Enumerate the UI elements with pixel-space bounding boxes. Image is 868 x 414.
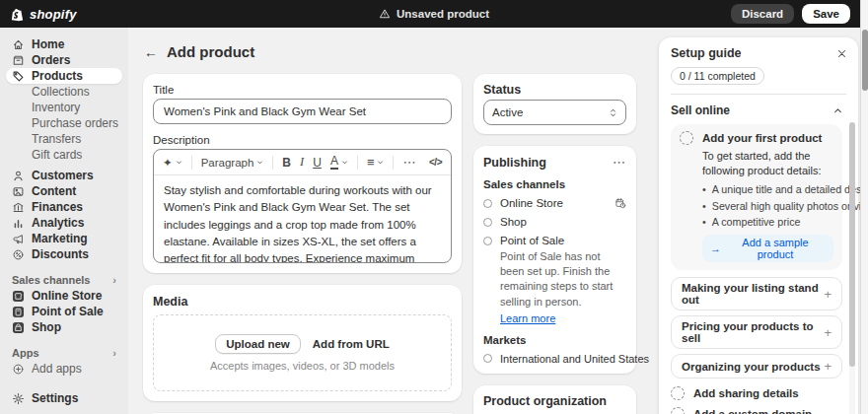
task-bullet: •A unique title and a detailed descripti… [702, 183, 833, 195]
channel-bullet-icon [483, 218, 492, 227]
sidebar-item-marketing[interactable]: Marketing [6, 231, 122, 246]
market-row: International and United States [483, 353, 626, 365]
market-bullet-icon [483, 354, 492, 363]
publishing-more-button[interactable]: ⋯ [613, 155, 626, 170]
add-sample-product-button[interactable]: →Add a sample product [702, 235, 833, 262]
sidebar-item-discounts[interactable]: Discounts [6, 246, 122, 262]
customers-icon [12, 170, 25, 182]
online-store-icon [12, 290, 25, 303]
page-scrollbar-thumb[interactable] [862, 30, 868, 91]
markets-label: Markets [483, 334, 626, 346]
sidebar-item-shop[interactable]: Shop [6, 319, 122, 335]
sidebar-item-point-of-sale[interactable]: Point of Sale [6, 304, 122, 319]
more-formatting-button[interactable]: ⋯ [402, 155, 416, 170]
sidebar-item-products[interactable]: Products [6, 68, 122, 84]
media-dropzone[interactable]: Upload new Add from URL Accepts images, … [153, 314, 452, 391]
plus-icon: + [824, 359, 832, 374]
accordion-pricing-products[interactable]: Pricing your products to sell + [671, 315, 842, 349]
close-icon[interactable] [837, 49, 846, 58]
accordion-making-listing-stand-out[interactable]: Making your listing stand out + [671, 277, 842, 310]
paragraph-style-dropdown[interactable]: Paragraph [201, 157, 264, 169]
sidebar-item-transfers[interactable]: Transfers [6, 131, 122, 147]
sidebar-item-content[interactable]: Content [6, 183, 122, 199]
sales-channels-label: Sales channels [483, 178, 626, 190]
product-organization-title: Product organization [483, 394, 626, 408]
channel-row-shop: Shop [483, 216, 626, 228]
task-header[interactable]: Add your first product [680, 131, 833, 145]
upload-new-button[interactable]: Upload new [215, 334, 301, 354]
sidebar-item-analytics[interactable]: Analytics [6, 215, 122, 231]
add-from-url-button[interactable]: Add from URL [313, 338, 390, 350]
magic-text-icon[interactable]: ✦ [163, 156, 182, 170]
task-incomplete-icon[interactable] [680, 131, 693, 145]
chevron-right-icon: › [112, 274, 116, 286]
marketing-icon [12, 233, 25, 245]
status-select[interactable]: Active [483, 100, 626, 125]
sidebar-item-add-apps[interactable]: Add apps [6, 361, 122, 377]
orders-icon [12, 54, 25, 67]
plus-icon: + [824, 325, 832, 340]
chevron-right-icon: › [112, 347, 116, 359]
bold-button[interactable]: B [282, 156, 291, 170]
setup-guide-scrollbar[interactable] [849, 122, 855, 414]
sell-online-section-header[interactable]: Sell online [671, 104, 842, 117]
sidebar-item-collections[interactable]: Collections [6, 84, 122, 100]
code-view-button[interactable]: </> [429, 157, 442, 168]
warning-icon [379, 8, 391, 20]
home-icon [12, 38, 25, 51]
task-bullet: •A competitive price [702, 216, 833, 228]
task-add-sharing-details[interactable]: Add sharing details [671, 386, 842, 400]
publishing-card: Publishing ⋯ Sales channels Online Store… [473, 146, 636, 374]
alignment-button[interactable]: ≡ [367, 155, 385, 170]
topbar: shopify Unsaved product Discard Save [0, 0, 868, 28]
unsaved-banner: Unsaved product [0, 8, 868, 20]
learn-more-link[interactable]: Learn more [500, 312, 555, 324]
text-color-button[interactable]: A [330, 155, 348, 170]
discounts-icon [12, 248, 25, 261]
schedule-calendar-icon[interactable] [615, 197, 626, 209]
task-add-custom-domain[interactable]: Add a custom domain [671, 407, 842, 414]
setup-guide-panel: Setup guide 0 / 11 completed Sell online… [659, 37, 858, 414]
channel-bullet-icon [483, 237, 492, 245]
sidebar: Home Orders Products Collections Invento… [0, 28, 128, 414]
point-of-sale-icon [12, 306, 25, 318]
back-arrow-icon[interactable]: ← [144, 44, 158, 60]
sidebar-item-inventory[interactable]: Inventory [6, 100, 122, 115]
setup-guide-scrollbar-thumb[interactable] [849, 122, 855, 367]
page-scrollbar[interactable] [860, 0, 868, 414]
status-card: Status Active [473, 74, 636, 134]
finances-icon [12, 201, 25, 214]
sidebar-item-settings[interactable]: Settings [6, 390, 122, 406]
gear-icon [12, 392, 25, 405]
task-intro: To get started, add the following produc… [702, 149, 833, 177]
updown-chevron-icon [609, 107, 617, 118]
title-input[interactable] [153, 99, 452, 124]
sales-channels-header[interactable]: Sales channels › [12, 274, 116, 286]
media-title: Media [153, 295, 452, 309]
sidebar-item-customers[interactable]: Customers [6, 168, 122, 183]
channel-bullet-icon [483, 199, 492, 208]
channel-row-online-store: Online Store [483, 197, 626, 209]
accordion-organizing-products[interactable]: Organizing your products + [671, 354, 842, 379]
apps-header[interactable]: Apps › [12, 347, 116, 359]
publishing-title: Publishing [483, 156, 546, 170]
sidebar-item-gift-cards[interactable]: Gift cards [6, 147, 122, 163]
description-textarea[interactable]: Stay stylish and comfortable during work… [154, 175, 451, 262]
sidebar-item-orders[interactable]: Orders [6, 52, 122, 68]
title-label: Title [153, 84, 452, 96]
product-organization-card: Product organization Category Outfit Set… [473, 385, 636, 414]
task-incomplete-icon[interactable] [671, 386, 685, 400]
channel-row-point-of-sale: Point of Sale [483, 235, 626, 246]
pos-setup-note: Point of Sale has not been set up. Finis… [500, 249, 626, 310]
sidebar-item-home[interactable]: Home [6, 36, 122, 52]
sidebar-item-finances[interactable]: Finances [6, 199, 122, 215]
shop-icon [12, 321, 25, 334]
italic-button[interactable]: I [300, 155, 304, 170]
underline-button[interactable]: U [313, 156, 322, 170]
media-hint: Accepts images, videos, or 3D models [210, 360, 395, 372]
arrow-right-icon: → [710, 242, 721, 254]
sidebar-item-purchase-orders[interactable]: Purchase orders [6, 115, 122, 131]
setup-guide-title: Setup guide [671, 46, 742, 60]
sidebar-item-online-store[interactable]: Online Store [6, 288, 122, 304]
task-incomplete-icon[interactable] [671, 407, 685, 414]
